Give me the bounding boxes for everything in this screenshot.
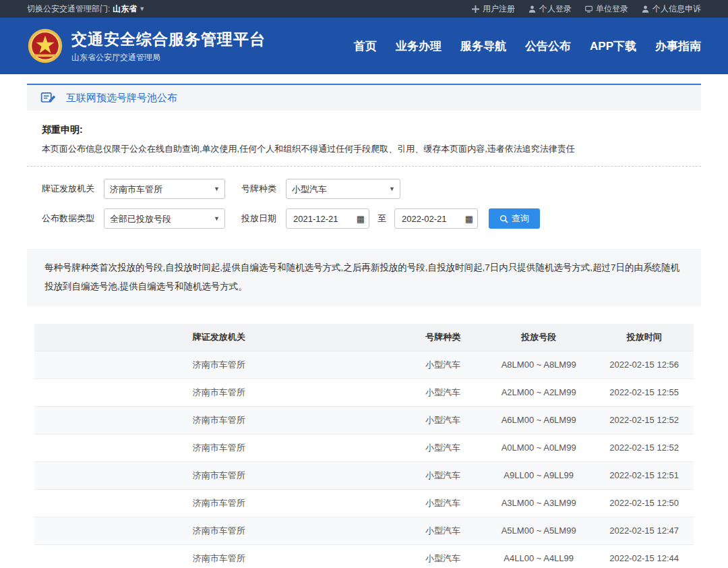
topbar-link-label: 单位登录	[596, 3, 628, 15]
nav-item[interactable]: 办事指南	[655, 38, 701, 54]
plate-type-label: 号牌种类	[241, 183, 276, 195]
notice-title: 郑重申明:	[42, 124, 686, 136]
nav-item[interactable]: 业务办理	[396, 38, 442, 54]
table-cell: 济南市车管所	[34, 489, 404, 517]
document-pen-icon	[40, 90, 57, 106]
table-cell: 小型汽车	[404, 351, 483, 378]
monitor-icon	[585, 5, 593, 13]
table-cell: 小型汽车	[404, 406, 483, 434]
date-from-input[interactable]	[292, 213, 347, 225]
table-cell: 2022-02-15 12:50	[595, 489, 694, 517]
calendar-icon[interactable]: ▦	[465, 215, 473, 223]
notice-text: 本页面公布信息仅限于公众在线自助查询,单次使用,任何个人和组织不得通过任何手段爬…	[42, 143, 686, 155]
table-cell: 济南市车管所	[34, 406, 404, 434]
table-cell: 济南市车管所	[34, 434, 404, 461]
table-cell: 济南市车管所	[34, 461, 404, 489]
table-cell: A3LM00 ~ A3LM99	[483, 489, 595, 517]
topbar-link-label: 个人登录	[539, 3, 572, 15]
table-row: 济南市车管所小型汽车A2LM00 ~ A2LM992022-02-15 12:5…	[34, 378, 694, 406]
topbar-link[interactable]: 个人信息申诉	[642, 3, 701, 15]
table-cell: A8LM00 ~ A8LM99	[483, 351, 595, 378]
table-cell: A9LL00 ~ A9LL99	[483, 461, 595, 489]
table-cell: 济南市车管所	[34, 378, 404, 406]
police-emblem-logo	[27, 28, 63, 64]
site-title: 交通安全综合服务管理平台	[71, 29, 266, 50]
table-cell: A6LM00 ~ A6LM99	[483, 406, 595, 434]
table-cell: 济南市车管所	[34, 351, 404, 378]
table-cell: A0LM00 ~ A0LM99	[483, 434, 595, 461]
nav-item[interactable]: 服务导航	[460, 38, 506, 54]
search-icon	[499, 215, 508, 223]
page-title: 互联网预选号牌号池公布	[66, 92, 177, 105]
topbar-link[interactable]: 单位登录	[585, 3, 628, 15]
topbar: 切换公安交通管理部门: 山东省 ▼ 用户注册个人登录单位登录个人信息申诉	[0, 0, 728, 18]
info-box: 每种号牌种类首次投放的号段,自投放时间起,提供自编选号和随机选号方式,之后再新投…	[27, 249, 701, 306]
column-header-release-time: 投放时间	[595, 324, 694, 351]
column-header-plate-type: 号牌种类	[404, 324, 483, 351]
table-cell: 小型汽车	[404, 544, 483, 568]
date-to-input[interactable]	[400, 213, 456, 225]
province-label: 山东省	[113, 3, 137, 15]
issuing-org-select[interactable]: 济南市车管所	[104, 179, 225, 199]
query-button[interactable]: 查询	[489, 208, 540, 229]
user-icon	[528, 5, 536, 13]
switch-department-label: 切换公安交通管理部门:	[27, 3, 110, 15]
data-type-label: 公布数据类型	[42, 212, 94, 225]
table-cell: 2022-02-15 12:51	[595, 461, 694, 489]
data-type-select[interactable]: 全部已投放号段	[104, 208, 225, 229]
table-cell: 2022-02-15 12:44	[595, 544, 694, 568]
topbar-link[interactable]: 用户注册	[472, 3, 515, 15]
table-cell: A2LM00 ~ A2LM99	[483, 378, 595, 406]
date-to-field[interactable]: ▦	[394, 208, 478, 229]
table-cell: 2022-02-15 12:56	[595, 351, 694, 378]
plus-icon	[472, 5, 479, 13]
filters-section: 牌证发放机关 济南市车管所 ▼ 号牌种类 小型汽车 ▼ 公布数据类型 全部已投放…	[27, 167, 701, 239]
table-cell: 2022-02-15 12:52	[595, 434, 694, 461]
table-cell: 济南市车管所	[34, 517, 404, 544]
column-header-issuing-org: 牌证发放机关	[34, 324, 404, 351]
topbar-links: 用户注册个人登录单位登录个人信息申诉	[472, 3, 701, 15]
province-dropdown[interactable]: 山东省 ▼	[113, 3, 145, 15]
main-content: 互联网预选号牌号池公布 郑重申明: 本页面公布信息仅限于公众在线自助查询,单次使…	[27, 84, 701, 568]
main-nav: 首页业务办理服务导航公告公布APP下载办事指南	[354, 38, 701, 54]
table-header-row: 牌证发放机关 号牌种类 投放号段 投放时间	[34, 324, 694, 351]
table-cell: 2022-02-15 12:47	[595, 517, 694, 544]
user-icon	[642, 5, 649, 13]
table-cell: A5LM00 ~ A5LM99	[483, 517, 595, 544]
table-row: 济南市车管所小型汽车A0LM00 ~ A0LM992022-02-15 12:5…	[34, 434, 694, 461]
release-date-label: 投放日期	[241, 212, 276, 225]
query-button-label: 查询	[512, 212, 529, 225]
table-cell: 2022-02-15 12:52	[595, 406, 694, 434]
date-to-label: 至	[377, 212, 386, 225]
site-header: 交通安全综合服务管理平台 山东省公安厅交通管理局 首页业务办理服务导航公告公布A…	[0, 18, 728, 74]
plate-table-body: 济南市车管所小型汽车A8LM00 ~ A8LM992022-02-15 12:5…	[34, 351, 694, 568]
table-cell: 小型汽车	[404, 378, 483, 406]
table-row: 济南市车管所小型汽车A5LM00 ~ A5LM992022-02-15 12:4…	[34, 517, 694, 544]
plate-type-select[interactable]: 小型汽车	[286, 179, 400, 199]
table-cell: 小型汽车	[404, 517, 483, 544]
nav-item[interactable]: 公告公布	[525, 38, 571, 54]
table-cell: 小型汽车	[404, 489, 483, 517]
issuing-org-label: 牌证发放机关	[42, 183, 94, 195]
table-cell: 小型汽车	[404, 434, 483, 461]
table-row: 济南市车管所小型汽车A9LL00 ~ A9LL992022-02-15 12:5…	[34, 461, 694, 489]
table-row: 济南市车管所小型汽车A4LL00 ~ A4LL992022-02-15 12:4…	[34, 544, 694, 568]
topbar-link-label: 个人信息申诉	[653, 3, 701, 15]
table-cell: A4LL00 ~ A4LL99	[483, 544, 595, 568]
table-cell: 济南市车管所	[34, 544, 404, 568]
site-subtitle: 山东省公安厅交通管理局	[71, 52, 266, 63]
table-row: 济南市车管所小型汽车A3LM00 ~ A3LM992022-02-15 12:5…	[34, 489, 694, 517]
nav-item[interactable]: APP下载	[590, 38, 636, 54]
topbar-link-label: 用户注册	[483, 3, 515, 15]
table-cell: 2022-02-15 12:55	[595, 378, 694, 406]
calendar-icon[interactable]: ▦	[357, 215, 365, 223]
nav-item[interactable]: 首页	[354, 38, 377, 54]
chevron-down-icon: ▼	[139, 5, 145, 12]
plate-pool-table: 牌证发放机关 号牌种类 投放号段 投放时间 济南市车管所小型汽车A8LM00 ~…	[34, 324, 694, 568]
table-cell: 小型汽车	[404, 461, 483, 489]
notice-section: 郑重申明: 本页面公布信息仅限于公众在线自助查询,单次使用,任何个人和组织不得通…	[27, 111, 701, 167]
table-row: 济南市车管所小型汽车A6LM00 ~ A6LM992022-02-15 12:5…	[34, 406, 694, 434]
table-row: 济南市车管所小型汽车A8LM00 ~ A8LM992022-02-15 12:5…	[34, 351, 694, 378]
date-from-field[interactable]: ▦	[286, 208, 369, 229]
topbar-link[interactable]: 个人登录	[528, 3, 572, 15]
